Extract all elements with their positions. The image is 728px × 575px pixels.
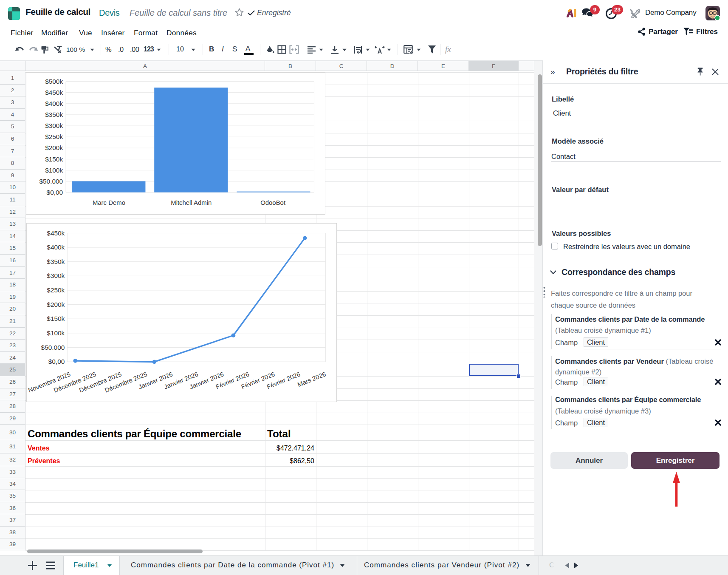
svg-text:$350k: $350k: [45, 111, 63, 118]
svg-text:$200k: $200k: [47, 300, 65, 308]
svg-text:$50.000: $50.000: [39, 178, 63, 185]
svg-text:$400k: $400k: [47, 244, 65, 251]
svg-text:$350k: $350k: [47, 258, 65, 265]
svg-text:$400k: $400k: [45, 100, 63, 107]
svg-text:$450k: $450k: [45, 89, 63, 96]
svg-text:$0,00: $0,00: [48, 358, 65, 365]
svg-text:$100k: $100k: [45, 167, 63, 174]
svg-text:$450k: $450k: [47, 229, 65, 236]
svg-text:$300k: $300k: [45, 122, 63, 129]
svg-text:$150k: $150k: [45, 156, 63, 163]
svg-text:$250k: $250k: [45, 133, 63, 140]
svg-text:$0,00: $0,00: [46, 189, 63, 196]
svg-text:$50.000: $50.000: [41, 343, 65, 351]
svg-text:Marc Demo: Marc Demo: [92, 199, 125, 206]
svg-text:$300k: $300k: [47, 272, 65, 279]
svg-text:$100k: $100k: [47, 329, 65, 337]
svg-text:$150k: $150k: [47, 315, 65, 322]
svg-text:$500k: $500k: [45, 78, 63, 85]
svg-text:Mitchell Admin: Mitchell Admin: [171, 199, 212, 206]
svg-text:OdooBot: OdooBot: [260, 199, 286, 206]
svg-text:Mars 2026: Mars 2026: [296, 370, 327, 388]
svg-text:$250k: $250k: [47, 286, 65, 294]
svg-text:$200k: $200k: [45, 144, 63, 151]
